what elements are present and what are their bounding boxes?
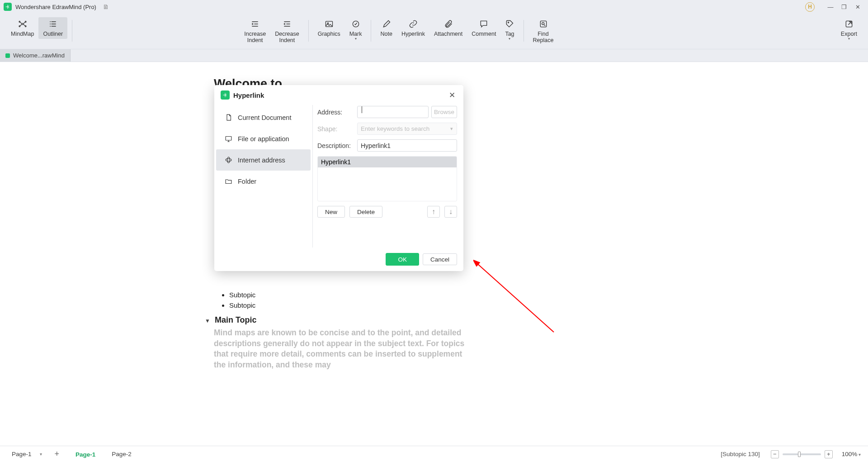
attachment-icon [444, 19, 453, 29]
hyperlink-list-item[interactable]: Hyperlink1 [318, 157, 457, 167]
hyperlink-list[interactable]: Hyperlink1 [317, 156, 457, 201]
increase-indent-button[interactable]: Increase Indent [240, 17, 270, 46]
decrease-indent-icon [283, 19, 292, 29]
zoom-control: − + 100% [771, 450, 861, 458]
globe-icon [224, 156, 232, 164]
svg-point-10 [542, 23, 544, 25]
zoom-value[interactable]: 100% [842, 451, 861, 457]
option-file-or-application[interactable]: File or application [216, 128, 311, 149]
graphics-icon [325, 19, 334, 29]
svg-point-15 [226, 159, 231, 162]
minimize-button[interactable]: — [825, 1, 836, 13]
attachment-button[interactable]: Attachment [429, 17, 467, 39]
browse-button[interactable]: Browse [431, 106, 457, 118]
maximize-button[interactable]: ❐ [838, 1, 850, 13]
zoom-slider[interactable] [783, 453, 821, 455]
topic-description[interactable]: Mind maps are known to be concise and to… [214, 328, 467, 371]
hyperlink-form: Address: Browse Shape: Enter keywords to… [312, 105, 463, 248]
zoom-out-button[interactable]: − [771, 450, 779, 458]
find-replace-button[interactable]: Find Replace [528, 17, 558, 46]
option-current-document[interactable]: Current Document [216, 107, 311, 128]
collapse-caret-icon[interactable]: ▼ [205, 318, 210, 324]
annotation-arrow [473, 260, 557, 337]
svg-point-0 [22, 23, 23, 24]
hyperlink-icon [409, 19, 418, 29]
decrease-indent-button[interactable]: Decrease Indent [270, 17, 304, 46]
document-state-icon[interactable]: 🗎 [103, 3, 109, 10]
page-tab-1[interactable]: Page-1 [67, 446, 104, 462]
dialog-footer: OK Cancel [214, 248, 463, 271]
svg-point-8 [508, 22, 509, 23]
delete-button[interactable]: Delete [349, 206, 382, 218]
title-bar: Wondershare EdrawMind (Pro) 🗎 H — ❐ ✕ [0, 0, 868, 14]
comment-icon [479, 19, 488, 29]
note-icon [382, 19, 391, 29]
find-replace-icon [539, 19, 548, 29]
hyperlink-button[interactable]: Hyperlink [397, 17, 429, 39]
move-down-button[interactable]: ↓ [444, 206, 457, 218]
add-page-button[interactable]: + [55, 449, 60, 459]
comment-button[interactable]: Comment [467, 17, 500, 39]
hyperlink-dialog: Hyperlink ✕ Current Document File or app… [214, 85, 463, 271]
dialog-title: Hyperlink [233, 91, 264, 99]
description-input[interactable] [357, 139, 457, 152]
dialog-close-button[interactable]: ✕ [447, 89, 457, 102]
tag-button[interactable]: Tag ▾ [500, 17, 519, 43]
outliner-button[interactable]: Outliner [38, 17, 67, 39]
outliner-icon [48, 19, 57, 29]
subtopic-item[interactable]: Subtopic [229, 301, 467, 309]
monitor-icon [224, 135, 232, 143]
mindmap-icon [18, 19, 27, 29]
close-button[interactable]: ✕ [852, 1, 863, 13]
export-button[interactable]: Export ▾ [836, 17, 862, 43]
page-selector[interactable]: Page-1 [7, 451, 47, 457]
option-internet-address[interactable]: Internet address [216, 149, 311, 171]
address-label: Address: [317, 109, 357, 116]
zoom-thumb[interactable] [798, 452, 801, 457]
new-button[interactable]: New [317, 206, 345, 218]
note-button[interactable]: Note [376, 17, 396, 39]
mindmap-button[interactable]: MindMap [6, 17, 38, 39]
shape-label: Shape: [317, 125, 357, 133]
document-icon [224, 114, 232, 122]
increase-indent-icon [250, 19, 259, 29]
graphics-button[interactable]: Graphics [313, 17, 345, 39]
app-logo-icon [4, 3, 12, 11]
status-bar: Page-1 + Page-1 Page-2 [Subtopic 130] − … [0, 446, 868, 462]
main-topic[interactable]: ▼ Main Topic [214, 315, 467, 325]
cancel-button[interactable]: Cancel [423, 253, 457, 265]
ribbon-toolbar: MindMap Outliner Increase Indent Decreas… [0, 14, 868, 49]
app-title: Wondershare EdrawMind (Pro) [15, 4, 96, 10]
mark-button[interactable]: Mark ▾ [345, 17, 367, 43]
move-up-button[interactable]: ↑ [427, 206, 440, 218]
shape-select[interactable]: Enter keywords to search [357, 123, 457, 135]
zoom-in-button[interactable]: + [825, 450, 833, 458]
description-label: Description: [317, 142, 357, 149]
svg-rect-9 [540, 21, 546, 27]
status-subtopic: [Subtopic 130] [721, 451, 760, 457]
dialog-header: Hyperlink ✕ [214, 85, 463, 105]
option-folder[interactable]: Folder [216, 171, 311, 192]
folder-icon [224, 177, 232, 186]
tag-icon [505, 19, 514, 29]
dialog-logo-icon [221, 90, 230, 100]
address-input[interactable] [357, 106, 429, 118]
svg-point-16 [227, 157, 230, 163]
svg-line-13 [477, 263, 554, 332]
subtopic-item[interactable]: Subtopic [229, 291, 467, 299]
document-tabs: Welcome...rawMind [0, 49, 868, 62]
ok-button[interactable]: OK [386, 253, 419, 266]
svg-rect-14 [226, 137, 231, 141]
document-tab[interactable]: Welcome...rawMind [0, 49, 71, 62]
hyperlink-type-list: Current Document File or application Int… [214, 105, 312, 248]
page-tab-2[interactable]: Page-2 [104, 446, 140, 462]
export-icon [844, 19, 854, 29]
mark-icon [351, 19, 360, 29]
user-avatar[interactable]: H [805, 2, 815, 12]
document-tab-icon [5, 53, 10, 58]
